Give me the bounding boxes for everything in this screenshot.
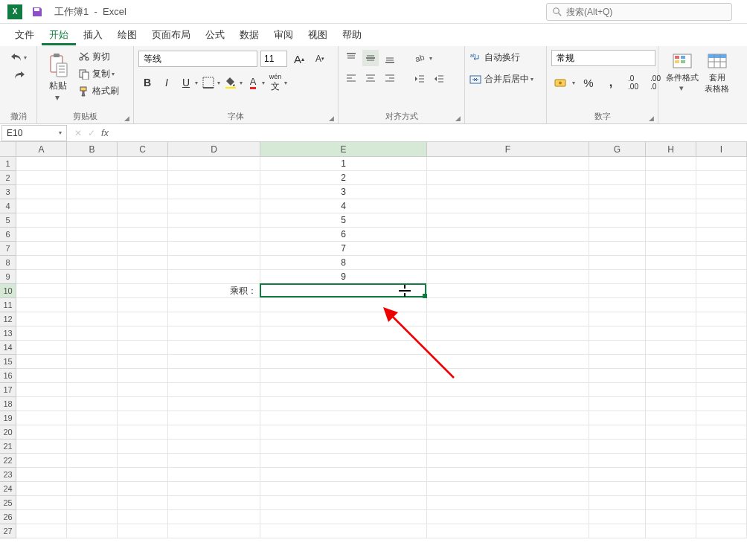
- cell[interactable]: 5: [260, 213, 427, 228]
- cell[interactable]: [589, 496, 646, 510]
- cell[interactable]: [260, 510, 427, 524]
- cell[interactable]: [118, 524, 168, 538]
- search-box[interactable]: [546, 3, 732, 21]
- menu-insert[interactable]: 插入: [76, 25, 110, 45]
- cell[interactable]: [16, 213, 67, 228]
- cell[interactable]: [696, 298, 747, 312]
- cell[interactable]: [646, 440, 696, 454]
- select-all-corner[interactable]: [0, 142, 16, 156]
- cell[interactable]: [16, 454, 67, 468]
- cell[interactable]: [118, 242, 168, 256]
- chevron-down-icon[interactable]: ▾: [262, 80, 265, 86]
- cell[interactable]: [16, 383, 67, 397]
- cell[interactable]: [168, 496, 260, 510]
- cell[interactable]: [646, 397, 696, 411]
- cell[interactable]: [646, 510, 696, 524]
- cell[interactable]: [168, 312, 260, 326]
- cell[interactable]: [260, 355, 427, 369]
- cell[interactable]: [589, 369, 646, 383]
- format-table-button[interactable]: 套用 表格格: [702, 50, 732, 96]
- cell[interactable]: [589, 213, 646, 228]
- merge-center-button[interactable]: 合并后居中 ▾: [469, 71, 533, 87]
- cell[interactable]: [646, 298, 696, 312]
- cell[interactable]: [696, 312, 747, 326]
- fill-color-button[interactable]: [222, 74, 240, 91]
- cell[interactable]: [16, 284, 67, 298]
- cell[interactable]: [16, 157, 67, 171]
- cell[interactable]: [427, 383, 589, 397]
- row-header[interactable]: 22: [0, 454, 16, 468]
- chevron-down-icon[interactable]: ▾: [284, 80, 287, 86]
- cell[interactable]: [589, 383, 646, 397]
- cell[interactable]: [696, 185, 747, 199]
- cell[interactable]: [16, 199, 67, 213]
- row-header[interactable]: 14: [0, 341, 16, 355]
- cell[interactable]: [168, 171, 260, 185]
- cell[interactable]: [696, 440, 747, 454]
- row-header[interactable]: 8: [0, 256, 16, 270]
- cell[interactable]: [168, 411, 260, 425]
- cell[interactable]: [168, 242, 260, 256]
- cell[interactable]: [696, 369, 747, 383]
- cell[interactable]: [589, 185, 646, 199]
- row-header[interactable]: 4: [0, 199, 16, 213]
- align-top-button[interactable]: [343, 50, 359, 66]
- underline-button[interactable]: U: [177, 74, 195, 91]
- cell[interactable]: [696, 510, 747, 524]
- font-name-input[interactable]: [138, 51, 257, 67]
- cell[interactable]: [646, 341, 696, 355]
- row-header[interactable]: 26: [0, 510, 16, 524]
- cell[interactable]: [427, 397, 589, 411]
- cell[interactable]: [16, 369, 67, 383]
- format-painter-button[interactable]: 格式刷: [79, 84, 119, 98]
- cell[interactable]: [260, 468, 427, 482]
- cell[interactable]: [260, 454, 427, 468]
- cell[interactable]: [67, 256, 118, 270]
- column-header[interactable]: G: [589, 142, 646, 156]
- cell[interactable]: [67, 298, 118, 312]
- cell[interactable]: [118, 284, 168, 298]
- cell[interactable]: [646, 524, 696, 538]
- copy-button[interactable]: 复制 ▾: [79, 67, 119, 81]
- cell[interactable]: [168, 341, 260, 355]
- cell[interactable]: [696, 326, 747, 341]
- cell[interactable]: [16, 411, 67, 425]
- cell[interactable]: [67, 326, 118, 341]
- cell[interactable]: [696, 411, 747, 425]
- formula-input[interactable]: [116, 125, 747, 141]
- menu-file[interactable]: 文件: [7, 25, 42, 45]
- column-header[interactable]: A: [16, 142, 67, 156]
- cell[interactable]: [118, 510, 168, 524]
- cell[interactable]: [67, 510, 118, 524]
- cell[interactable]: [427, 312, 589, 326]
- cell[interactable]: [427, 510, 589, 524]
- cell[interactable]: [589, 157, 646, 171]
- cell[interactable]: [427, 199, 589, 213]
- cell[interactable]: [118, 199, 168, 213]
- align-center-button[interactable]: [362, 71, 379, 87]
- cell[interactable]: [427, 185, 589, 199]
- cell[interactable]: [427, 228, 589, 242]
- font-color-button[interactable]: A: [244, 74, 262, 91]
- dialog-launcher-icon[interactable]: ◢: [649, 115, 656, 122]
- orientation-button[interactable]: ab: [411, 50, 428, 66]
- cell[interactable]: [118, 454, 168, 468]
- wrap-text-button[interactable]: ab 自动换行: [469, 50, 520, 65]
- cell[interactable]: [427, 326, 589, 341]
- cell[interactable]: [67, 468, 118, 482]
- cell[interactable]: 2: [260, 171, 427, 185]
- percent-button[interactable]: %: [580, 74, 597, 91]
- cell[interactable]: [16, 510, 67, 524]
- cell[interactable]: [16, 482, 67, 496]
- cell[interactable]: [696, 157, 747, 171]
- column-header[interactable]: I: [696, 142, 747, 156]
- cell[interactable]: [427, 482, 589, 496]
- cell[interactable]: [260, 298, 427, 312]
- cell[interactable]: [67, 199, 118, 213]
- cell[interactable]: [67, 496, 118, 510]
- cell[interactable]: [260, 411, 427, 425]
- cell[interactable]: [696, 496, 747, 510]
- cell[interactable]: [646, 171, 696, 185]
- cell[interactable]: [427, 298, 589, 312]
- cell[interactable]: [427, 284, 589, 298]
